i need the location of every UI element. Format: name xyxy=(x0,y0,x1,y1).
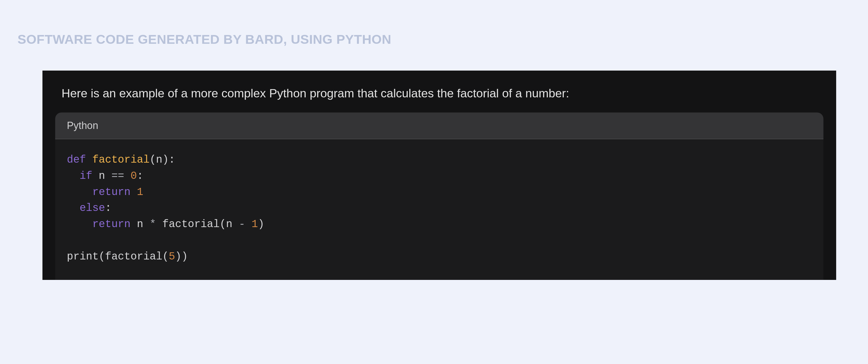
code-token: if xyxy=(80,170,92,182)
code-token xyxy=(124,170,130,182)
code-token: else xyxy=(80,202,105,214)
code-token xyxy=(67,186,92,198)
chat-intro-text: Here is an example of a more complex Pyt… xyxy=(42,87,836,113)
code-token: 5 xyxy=(169,251,175,263)
chat-response-panel: Here is an example of a more complex Pyt… xyxy=(42,70,836,280)
code-block: Python def factorial(n): if n == 0: retu… xyxy=(55,113,824,280)
code-token xyxy=(67,202,80,214)
screenshot-container: Here is an example of a more complex Pyt… xyxy=(42,70,836,280)
code-token: - xyxy=(239,218,245,230)
code-token: 1 xyxy=(251,218,258,230)
code-token: == xyxy=(112,170,124,182)
code-token: factorial(n xyxy=(156,218,239,230)
code-token: n xyxy=(92,170,112,182)
code-token: * xyxy=(150,218,156,230)
code-token xyxy=(245,218,251,230)
code-token xyxy=(67,170,80,182)
code-token: print(factorial( xyxy=(67,251,169,263)
code-token: : xyxy=(105,202,112,214)
code-token: factorial xyxy=(92,154,150,166)
code-token: : xyxy=(137,170,143,182)
code-token: n xyxy=(130,218,150,230)
code-token: return xyxy=(92,186,130,198)
section-heading: SOFTWARE CODE GENERATED BY BARD, USING P… xyxy=(18,32,836,47)
code-token: 0 xyxy=(130,170,137,182)
code-token: )) xyxy=(175,251,188,263)
code-token xyxy=(130,186,137,198)
code-token: def xyxy=(67,154,86,166)
code-language-label: Python xyxy=(55,113,824,139)
code-body: def factorial(n): if n == 0: return 1 el… xyxy=(55,139,824,280)
code-token: (n): xyxy=(150,154,175,166)
code-token: 1 xyxy=(137,186,143,198)
code-token: ) xyxy=(258,218,264,230)
code-token xyxy=(86,154,92,166)
code-token: return xyxy=(92,218,130,230)
code-token xyxy=(67,218,92,230)
